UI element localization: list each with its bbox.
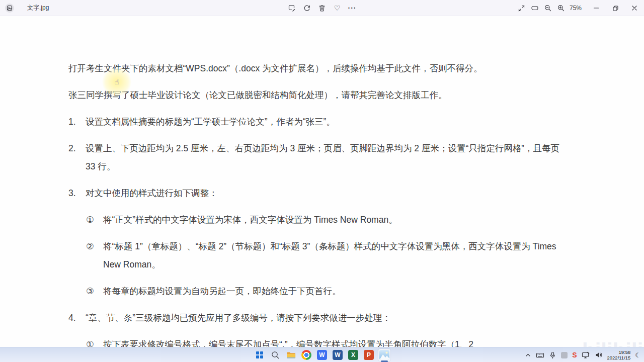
excel-icon: X [348, 350, 358, 360]
zoom-in-icon[interactable] [554, 2, 568, 15]
clock[interactable]: 19:58 2022/11/15 [607, 349, 631, 361]
photo-canvas[interactable]: 打开考生文件夹下的素材文档“WPS.docx”（.docx 为文件扩展名），后续… [0, 16, 644, 347]
heart-glyph: ♡ [334, 5, 341, 12]
task-item: 1. 设置文档属性摘要的标题为“工学硕士学位论文”，作者为“张三”。 [68, 113, 568, 131]
time: 19:58 [607, 349, 631, 355]
photos-button[interactable] [378, 349, 390, 361]
bilibili-watermark: bilibili [582, 339, 643, 347]
microphone-icon[interactable] [549, 351, 556, 359]
excel-button[interactable]: X [347, 349, 359, 361]
hidden-icons-chevron[interactable] [525, 352, 531, 358]
word-icon: W [333, 350, 343, 360]
favorite-icon[interactable]: ♡ [331, 2, 344, 15]
wps-icon: W [317, 350, 327, 360]
file-title: 文字.jpg [27, 4, 49, 12]
task-item: 2. 设置上、下页边距均为 2.5 厘米，左、右页边距均为 3 厘米；页眉、页脚… [68, 139, 568, 175]
folder-icon [286, 350, 296, 360]
close-button[interactable] [625, 0, 644, 16]
wps-button[interactable]: W [316, 349, 328, 361]
word-button[interactable]: W [332, 349, 344, 361]
document-text: 打开考生文件夹下的素材文档“WPS.docx”（.docx 为文件扩展名），后续… [68, 59, 568, 347]
sogou-icon[interactable]: S [572, 351, 577, 358]
powerpoint-button[interactable]: P [363, 349, 375, 361]
delete-icon[interactable] [315, 2, 329, 15]
task-subitem: ② 将“标题 1”（章标题）、“标题 2”（节标题）和“标题 3”（条标题）样式… [68, 237, 568, 274]
task-subitem: ① 按下表要求修改编号格式，编号末尾不加点号“.”，编号数字样式均设置为半角阿拉… [68, 335, 568, 347]
file-explorer-button[interactable] [285, 349, 297, 361]
photos-icon [379, 350, 389, 360]
edit-image-icon[interactable] [285, 2, 298, 15]
minimize-button[interactable] [587, 0, 606, 16]
task-item: 3. 对文中使用的样式进行如下调整： [68, 184, 568, 202]
search-icon [271, 350, 280, 359]
focus-moon-icon[interactable]: ☾ [635, 351, 641, 359]
task-subitem: ① 将“正文”样式的中文字体设置为宋体，西文字体设置为 Times New Ro… [68, 211, 568, 229]
fit-to-window-icon[interactable] [528, 2, 541, 15]
search-button[interactable] [269, 349, 281, 361]
zoom-level[interactable]: 75% [568, 5, 587, 12]
task-item: 4. “章、节、条”三级标题均已预先应用了多级编号，请按下列要求做进一步处理： [68, 309, 568, 327]
more-icon[interactable]: ··· [346, 2, 359, 15]
volume-icon[interactable] [595, 351, 603, 359]
photos-titlebar: 文字.jpg ♡ ··· [0, 0, 644, 16]
touch-keyboard-icon[interactable] [536, 351, 544, 359]
system-tray: S 19:58 2022/11/15 ☾ [525, 347, 641, 362]
windows-logo-icon [256, 351, 263, 358]
intro-paragraph: 打开考生文件夹下的素材文档“WPS.docx”（.docx 为文件扩展名），后续… [68, 59, 568, 77]
photos-app-icon [5, 4, 14, 13]
rotate-icon[interactable] [300, 2, 313, 15]
display-pen-icon[interactable] [582, 351, 590, 359]
zoom-out-icon[interactable] [541, 2, 554, 15]
chrome-icon [301, 350, 311, 360]
start-button[interactable] [254, 349, 266, 361]
taskbar-pinned-apps: W W X P [254, 347, 390, 362]
restore-button[interactable] [606, 0, 625, 16]
date: 2022/11/15 [607, 355, 631, 360]
fullscreen-icon[interactable] [515, 2, 528, 15]
taskbar: W W X P [0, 347, 644, 362]
chrome-button[interactable] [300, 349, 312, 361]
intro-paragraph: 张三同学撰写了硕士毕业设计论文（论文已做脱密和结构简化处理），请帮其完善论文排版… [68, 86, 568, 104]
tray-blob-icon[interactable] [561, 352, 568, 358]
powerpoint-icon: P [364, 350, 374, 360]
task-subitem: ③ 将每章的标题均设置为自动另起一页，即始终位于下页首行。 [68, 282, 568, 300]
